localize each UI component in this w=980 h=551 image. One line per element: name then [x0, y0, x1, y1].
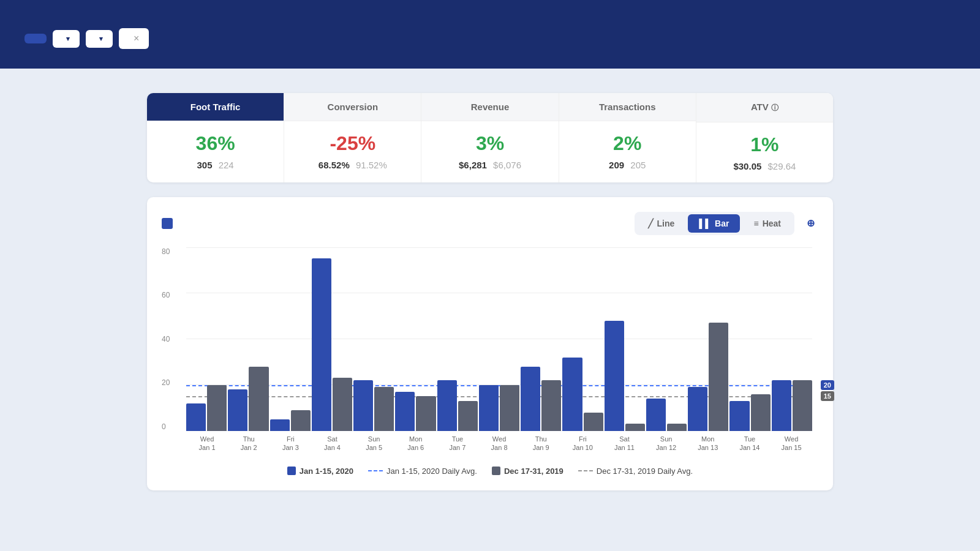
metric-card-revenue[interactable]: Revenue 3% $6,281 $6,076 [421, 93, 559, 182]
bar-secondary [458, 401, 478, 431]
y-axis-labels: 806040200 [162, 247, 170, 431]
bar-primary [437, 380, 457, 431]
metric-body: 3% $6,281 $6,076 [421, 121, 558, 181]
metric-body: 1% $30.05 $29.64 [696, 122, 833, 182]
x-label: MonJan 13 [687, 431, 729, 455]
metric-header: Foot Traffic [147, 93, 284, 121]
metric-body: 36% 305 224 [147, 121, 284, 181]
bar-group [228, 367, 268, 431]
bar-primary [228, 389, 247, 431]
metric-value-secondary: 205 [630, 160, 646, 170]
daily-dropdown[interactable]: ▾ [53, 30, 80, 48]
metric-header: Transactions [559, 93, 696, 121]
legend-color-box [162, 218, 173, 229]
legend-label: Dec 17-31, 2019 Daily Avg. [597, 467, 693, 476]
footer-legend-item: Jan 1-15, 2020 [287, 467, 353, 476]
bar-primary [479, 385, 499, 431]
metrics-row: Foot Traffic 36% 305 224 Conversion -25%… [147, 93, 833, 182]
metric-card-transactions[interactable]: Transactions 2% 209 205 [559, 93, 696, 182]
bar-primary [353, 380, 373, 431]
bar-group [186, 385, 227, 431]
metric-pct: 36% [159, 132, 271, 155]
bar-secondary [207, 385, 227, 431]
bar-secondary [793, 380, 812, 431]
metric-value-primary: 68.52% [318, 160, 350, 170]
footer-legend-item: Dec 17-31, 2019 Daily Avg. [578, 467, 693, 476]
bars-area [186, 247, 812, 431]
bar-group [270, 410, 311, 431]
x-axis-labels: WedJan 1ThuJan 2FriJan 3SatJan 4SunJan 5… [186, 431, 812, 455]
date-range-dropdown[interactable]: ▾ [86, 30, 113, 48]
line-icon: ╱ [648, 219, 653, 228]
close-icon[interactable]: × [134, 33, 139, 44]
bar-primary [562, 358, 582, 431]
filters-button[interactable] [24, 34, 47, 43]
metric-pct: 3% [434, 132, 546, 155]
chart-type-btn-bar[interactable]: ▌▌ Bar [688, 214, 740, 233]
metric-value-primary: 209 [609, 160, 624, 170]
y-label: 40 [162, 335, 170, 343]
chart-legend [162, 218, 178, 229]
header-controls: ▾ ▾ × [24, 28, 956, 49]
metric-card-conversion[interactable]: Conversion -25% 68.52% 91.52% [284, 93, 421, 182]
metric-header: Conversion [284, 93, 421, 121]
bar-group [479, 385, 519, 431]
ref-badge-20: 20 [821, 380, 834, 390]
metric-values: $6,281 $6,076 [434, 160, 546, 170]
x-label: SatJan 11 [603, 431, 645, 455]
main-content: Foot Traffic 36% 305 224 Conversion -25%… [123, 69, 858, 505]
bar-secondary [374, 387, 394, 430]
legend-dashed-line [578, 470, 593, 471]
metric-card-atv[interactable]: ATV ⓘ 1% $30.05 $29.64 [696, 93, 833, 182]
metric-pct: 1% [709, 133, 821, 156]
metric-body: 2% 209 205 [559, 121, 696, 181]
bar-group [353, 380, 394, 431]
legend-dashed-line [368, 470, 383, 471]
y-label: 20 [162, 378, 170, 387]
x-label: SunJan 12 [646, 431, 687, 455]
legend-color-box [287, 467, 296, 475]
legend-label: Jan 1-15, 2020 Daily Avg. [386, 467, 477, 476]
bar-group [729, 394, 770, 431]
chevron-down-icon: ▾ [66, 35, 70, 43]
metric-card-foot-traffic[interactable]: Foot Traffic 36% 305 224 [147, 93, 284, 182]
plus-circle-icon: ⊕ [807, 217, 815, 229]
bar-primary [646, 399, 666, 431]
bar-secondary [291, 410, 311, 431]
x-label: TueJan 14 [729, 431, 771, 455]
page-header: ▾ ▾ × [0, 0, 980, 69]
compare-button[interactable]: × [119, 28, 149, 49]
metric-body: -25% 68.52% 91.52% [284, 121, 421, 181]
bar-secondary [249, 367, 268, 431]
bar-primary [521, 367, 540, 431]
metric-value-secondary: $6,076 [493, 160, 521, 170]
y-label: 80 [162, 247, 170, 256]
metric-value-primary: $30.05 [733, 161, 761, 171]
chart-container: ╱ Line▌▌ Bar≡ Heat ⊕ 8060402002015WedJan… [147, 197, 833, 490]
legend-color-box [492, 467, 500, 475]
metric-value-secondary: $29.64 [768, 161, 796, 171]
bar-group [312, 258, 352, 430]
bar-group [521, 367, 561, 431]
x-label: FriJan 10 [562, 431, 603, 455]
x-label: SunJan 5 [353, 431, 395, 455]
metric-header: Revenue [421, 93, 558, 121]
metric-values: 68.52% 91.52% [296, 160, 409, 170]
chart-type-btn-line[interactable]: ╱ Line [637, 214, 685, 233]
chart-type-btn-heat[interactable]: ≡ Heat [742, 214, 792, 233]
x-label: ThuJan 2 [228, 431, 270, 455]
bar-group [688, 323, 728, 430]
x-label: FriJan 3 [270, 431, 311, 455]
compare-metric-button[interactable]: ⊕ [807, 217, 818, 229]
bar-secondary [709, 323, 728, 430]
x-label: SatJan 4 [311, 431, 353, 455]
bar-secondary [416, 396, 435, 430]
bar-primary [312, 258, 331, 430]
metric-header: ATV ⓘ [696, 93, 833, 122]
metric-value-primary: $6,281 [459, 160, 487, 170]
x-label: MonJan 6 [395, 431, 437, 455]
bar-secondary [541, 380, 561, 431]
heat-icon: ≡ [753, 219, 758, 228]
footer-legend-item: Dec 17-31, 2019 [492, 467, 564, 476]
bar-group [395, 392, 435, 431]
